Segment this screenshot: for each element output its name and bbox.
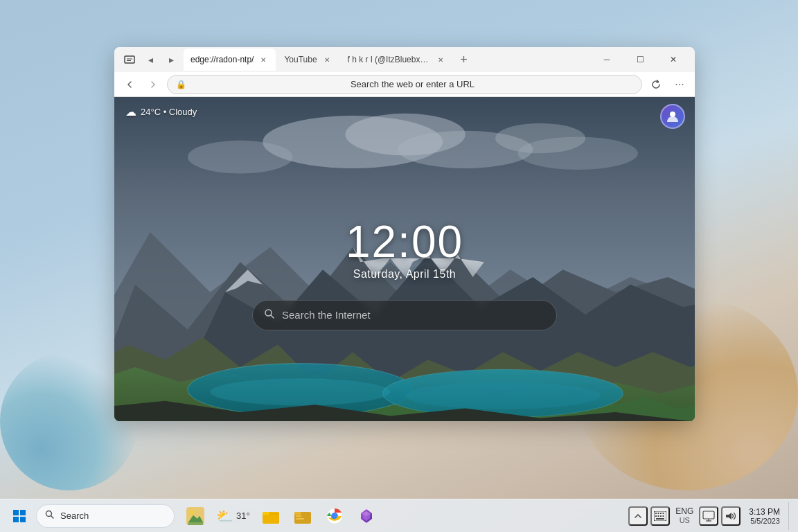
touch-keyboard-button[interactable] xyxy=(650,506,670,526)
clock-taskbar[interactable]: 3:13 PM 5/5/2023 xyxy=(743,506,786,526)
svg-rect-29 xyxy=(20,510,26,515)
maximize-button[interactable]: ☐ xyxy=(624,48,656,71)
tab-twitter[interactable]: f h k r l (@ItzBluebxrry) / Twitter ✕ xyxy=(341,48,453,71)
taskbar-app-landscape[interactable] xyxy=(180,501,211,531)
svg-rect-31 xyxy=(20,517,26,522)
close-button[interactable]: ✕ xyxy=(657,48,689,71)
svg-point-22 xyxy=(210,378,390,405)
weather-text: 24°C • Cloudy xyxy=(141,107,197,117)
window-controls: ─ ☐ ✕ xyxy=(591,48,689,71)
tab-close-1[interactable]: ✕ xyxy=(321,54,332,65)
svg-rect-55 xyxy=(663,513,664,514)
taskbar-weather-widget[interactable]: ⛅ 31° xyxy=(212,501,254,531)
svg-point-36 xyxy=(190,511,194,515)
taskbar-right: ENG US 3:13 PM 5/5/2023 xyxy=(628,502,792,530)
svg-rect-61 xyxy=(703,511,714,519)
tab-close-2[interactable]: ✕ xyxy=(435,54,446,65)
ntp-search-bar[interactable]: Search the Internet xyxy=(252,300,557,330)
ntp-search-placeholder: Search the Internet xyxy=(282,309,371,321)
new-tab-button[interactable]: + xyxy=(454,50,474,69)
url-text: Search the web or enter a URL xyxy=(192,79,633,89)
tab-edge-ntp[interactable]: edge://radon-ntp/ ✕ xyxy=(184,48,276,71)
svg-rect-30 xyxy=(13,517,19,522)
clock-date: Saturday, April 15th xyxy=(346,268,463,281)
forward-tab-button[interactable]: ▸ xyxy=(161,50,181,69)
tab-close-0[interactable]: ✕ xyxy=(258,54,269,65)
taskbar-chrome[interactable] xyxy=(319,501,350,531)
svg-point-26 xyxy=(265,310,272,316)
svg-rect-28 xyxy=(13,510,19,515)
svg-point-9 xyxy=(518,136,638,170)
profile-button[interactable] xyxy=(120,50,139,69)
svg-rect-53 xyxy=(658,513,659,514)
user-avatar[interactable] xyxy=(660,104,685,129)
clock-area: 12:00 Saturday, April 15th xyxy=(346,220,463,281)
svg-rect-60 xyxy=(656,518,664,520)
ntp-content: ☁ 24°C • Cloudy 12:00 Saturday, April 15… xyxy=(114,97,695,421)
svg-marker-64 xyxy=(726,513,732,520)
taskbar-search-icon xyxy=(45,510,55,522)
back-button[interactable] xyxy=(120,75,139,94)
svg-rect-52 xyxy=(655,513,657,514)
tab-label: edge://radon-ntp/ xyxy=(190,55,254,64)
taskbar-search-text: Search xyxy=(60,511,89,521)
taskbar-date: 5/5/2023 xyxy=(750,517,780,525)
refresh-button[interactable] xyxy=(646,75,666,94)
tray-expand-button[interactable] xyxy=(628,506,648,526)
forward-button[interactable] xyxy=(143,75,163,94)
taskbar-weather-temp: 31° xyxy=(236,511,250,521)
svg-rect-42 xyxy=(296,515,301,517)
tab-youtube[interactable]: YouTube ✕ xyxy=(277,48,339,71)
svg-rect-54 xyxy=(660,513,662,514)
svg-rect-59 xyxy=(663,515,664,517)
svg-point-23 xyxy=(405,382,601,409)
tab-label: YouTube xyxy=(284,55,317,64)
show-desktop-button[interactable] xyxy=(788,502,792,530)
volume-button[interactable] xyxy=(721,506,741,526)
address-bar[interactable]: 🔒 Search the web or enter a URL xyxy=(167,75,642,94)
address-bar-row: 🔒 Search the web or enter a URL ··· xyxy=(114,72,695,97)
taskbar: Search ⛅ 31° xyxy=(0,499,798,532)
taskbar-file-explorer[interactable] xyxy=(287,501,318,531)
svg-rect-43 xyxy=(296,518,304,520)
tab-label: f h k r l (@ItzBluebxrry) / Twitter xyxy=(348,55,431,64)
taskbar-file-explorer-yellow[interactable] xyxy=(256,501,286,531)
tabs-row: edge://radon-ntp/ ✕ YouTube ✕ f h k r l … xyxy=(184,48,588,71)
browser-window: ◂ ▸ edge://radon-ntp/ ✕ YouTube ✕ f h k … xyxy=(114,47,695,421)
taskbar-topaz-app[interactable] xyxy=(351,501,382,531)
language-button[interactable]: ENG US xyxy=(673,505,696,527)
search-icon xyxy=(264,308,275,322)
svg-point-25 xyxy=(670,112,675,117)
taskbar-weather-icon: ⛅ xyxy=(216,508,233,524)
weather-badge: ☁ 24°C • Cloudy xyxy=(125,105,197,118)
display-settings-button[interactable] xyxy=(699,506,718,526)
taskbar-apps: ⛅ 31° xyxy=(180,501,382,531)
start-button[interactable] xyxy=(6,502,33,530)
language-region: US xyxy=(680,516,690,525)
tab-bar-left: ◂ ▸ xyxy=(120,50,181,69)
title-bar: ◂ ▸ edge://radon-ntp/ ✕ YouTube ✕ f h k … xyxy=(114,47,695,72)
svg-point-46 xyxy=(332,513,337,519)
lock-icon: 🔒 xyxy=(176,80,186,89)
taskbar-search-bar[interactable]: Search xyxy=(36,504,175,528)
more-options-button[interactable]: ··· xyxy=(670,75,689,94)
svg-rect-56 xyxy=(655,515,657,517)
clock-time: 12:00 xyxy=(346,220,463,264)
svg-point-7 xyxy=(188,141,293,174)
back-tab-button[interactable]: ◂ xyxy=(141,50,160,69)
minimize-button[interactable]: ─ xyxy=(591,48,623,71)
weather-cloud-icon: ☁ xyxy=(125,105,136,118)
svg-rect-41 xyxy=(294,512,301,515)
svg-rect-58 xyxy=(660,515,662,517)
taskbar-time: 3:13 PM xyxy=(749,507,780,517)
svg-line-33 xyxy=(51,515,54,518)
svg-rect-39 xyxy=(263,512,269,515)
language-code: ENG xyxy=(675,506,693,516)
svg-rect-57 xyxy=(658,515,659,517)
svg-line-27 xyxy=(271,315,274,318)
svg-rect-0 xyxy=(125,56,134,63)
